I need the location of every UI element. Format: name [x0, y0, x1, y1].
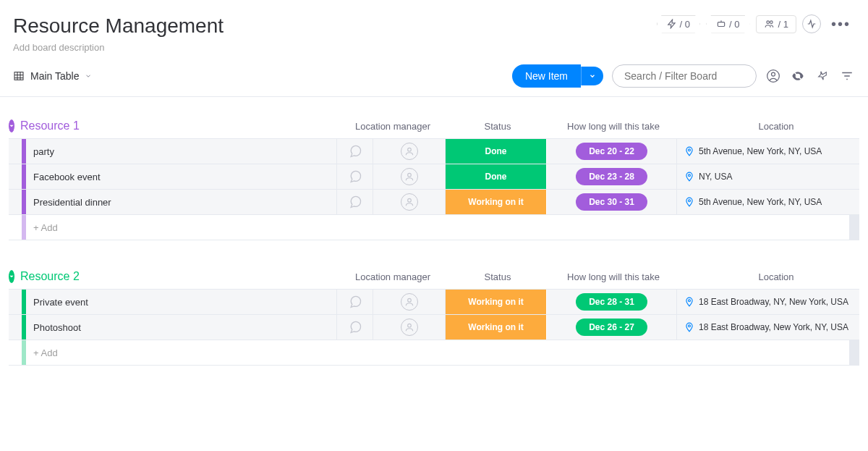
item-name[interactable]: Private event	[26, 290, 337, 314]
badge-2-count: / 0	[729, 19, 739, 30]
header-badges: / 0 / 0 / 1 •••	[657, 14, 855, 33]
assign-person-button[interactable]	[401, 143, 418, 160]
svg-point-5	[772, 72, 775, 76]
column-header-location[interactable]: Location	[678, 271, 868, 282]
pin-button[interactable]	[814, 68, 830, 84]
bolt-icon	[667, 19, 677, 29]
chat-icon	[348, 320, 362, 334]
column-header-manager[interactable]: Location manager	[339, 271, 447, 282]
location-cell[interactable]: NY, USA	[677, 164, 868, 189]
table-row: Photoshoot Working on it Dec 26 - 27 18 …	[9, 314, 859, 340]
group-collapse-toggle[interactable]	[9, 119, 14, 132]
location-pin-icon	[684, 297, 694, 307]
chat-button[interactable]	[337, 190, 373, 214]
chevron-down-icon	[9, 123, 14, 129]
filter-button[interactable]	[839, 68, 855, 84]
column-header-timeline[interactable]: How long will this take	[548, 121, 678, 132]
person-icon	[766, 69, 780, 83]
column-header-location[interactable]: Location	[678, 121, 868, 132]
status-cell[interactable]: Done	[446, 164, 547, 189]
svg-point-15	[689, 325, 691, 327]
integration-badge-1[interactable]: / 0	[657, 15, 700, 33]
add-item-button[interactable]: + Add	[26, 340, 849, 365]
svg-point-8	[407, 173, 411, 177]
chat-icon	[348, 144, 362, 159]
chat-button[interactable]	[337, 315, 373, 340]
column-header-status[interactable]: Status	[447, 121, 548, 132]
timeline-cell[interactable]: Dec 26 - 27	[576, 319, 647, 336]
location-cell[interactable]: 18 East Broadway, NY, New York, USA	[677, 290, 868, 314]
chat-button[interactable]	[337, 139, 373, 164]
hide-button[interactable]	[790, 68, 806, 84]
svg-point-11	[689, 200, 691, 202]
svg-point-14	[407, 324, 411, 327]
robot-icon	[716, 19, 726, 29]
group-collapse-toggle[interactable]	[9, 270, 14, 283]
column-header-manager[interactable]: Location manager	[339, 121, 447, 132]
members-badge[interactable]: / 1	[756, 15, 796, 33]
status-cell[interactable]: Working on it	[446, 190, 547, 214]
location-pin-icon	[684, 322, 694, 332]
board-title[interactable]: Resource Management	[13, 14, 224, 38]
location-cell[interactable]: 5th Avenue, New York, NY, USA	[677, 139, 868, 164]
chat-button[interactable]	[337, 164, 373, 189]
group: Resource 2 Location manager Status How l…	[9, 269, 859, 366]
location-text: 5th Avenue, New York, NY, USA	[699, 197, 822, 207]
chat-icon	[348, 295, 362, 309]
location-pin-icon	[684, 197, 694, 207]
chat-icon	[348, 195, 362, 209]
location-cell[interactable]: 5th Avenue, New York, NY, USA	[677, 190, 868, 214]
assign-person-button[interactable]	[401, 319, 418, 336]
table-icon	[13, 70, 25, 82]
search-input[interactable]	[612, 64, 757, 88]
new-item-button[interactable]: New Item	[512, 64, 581, 88]
timeline-cell[interactable]: Dec 23 - 28	[576, 168, 647, 185]
activity-icon	[807, 19, 817, 29]
chevron-down-icon	[85, 72, 92, 80]
column-header-status[interactable]: Status	[447, 271, 548, 282]
status-cell[interactable]: Working on it	[446, 315, 547, 340]
item-name[interactable]: Presidential dinner	[26, 190, 337, 214]
svg-point-1	[766, 21, 769, 24]
timeline-cell[interactable]: Dec 20 - 22	[576, 143, 647, 160]
add-item-row: + Add	[9, 340, 859, 366]
assign-person-button[interactable]	[401, 168, 418, 185]
item-name[interactable]: party	[26, 139, 337, 164]
chat-button[interactable]	[337, 290, 373, 314]
svg-point-2	[770, 21, 773, 24]
timeline-cell[interactable]: Dec 28 - 31	[576, 293, 647, 311]
people-icon	[764, 19, 775, 29]
location-cell[interactable]: 18 East Broadway, New York, NY, USA	[677, 315, 868, 340]
view-selector[interactable]: Main Table	[13, 70, 92, 82]
add-item-button[interactable]: + Add	[26, 215, 849, 240]
filter-icon	[841, 69, 854, 83]
status-cell[interactable]: Working on it	[446, 290, 547, 314]
location-text: 5th Avenue, New York, NY, USA	[699, 146, 822, 156]
integration-badge-2[interactable]: / 0	[706, 15, 749, 33]
location-pin-icon	[684, 172, 694, 182]
item-name[interactable]: Facebook event	[26, 164, 337, 189]
person-icon	[404, 172, 414, 182]
item-name[interactable]: Photoshoot	[26, 315, 337, 340]
svg-point-13	[689, 300, 691, 302]
location-text: NY, USA	[699, 172, 732, 182]
board-description[interactable]: Add board description	[13, 42, 224, 53]
svg-point-9	[689, 174, 691, 177]
activity-button[interactable]	[802, 14, 821, 33]
add-item-row: + Add	[9, 214, 859, 240]
svg-point-10	[407, 198, 411, 202]
svg-point-7	[689, 149, 691, 151]
group-title[interactable]: Resource 1	[20, 119, 339, 132]
members-count: / 1	[778, 19, 788, 30]
table-row: Presidential dinner Working on it Dec 30…	[9, 189, 859, 215]
column-header-timeline[interactable]: How long will this take	[548, 271, 678, 282]
assign-person-button[interactable]	[401, 293, 418, 311]
new-item-dropdown[interactable]	[581, 67, 603, 85]
timeline-cell[interactable]: Dec 30 - 31	[576, 193, 647, 211]
view-label: Main Table	[30, 70, 79, 82]
assign-person-button[interactable]	[401, 193, 418, 211]
status-cell[interactable]: Done	[446, 139, 547, 164]
person-filter-button[interactable]	[765, 68, 781, 84]
more-menu[interactable]: •••	[827, 16, 855, 33]
group-title[interactable]: Resource 2	[20, 270, 339, 283]
